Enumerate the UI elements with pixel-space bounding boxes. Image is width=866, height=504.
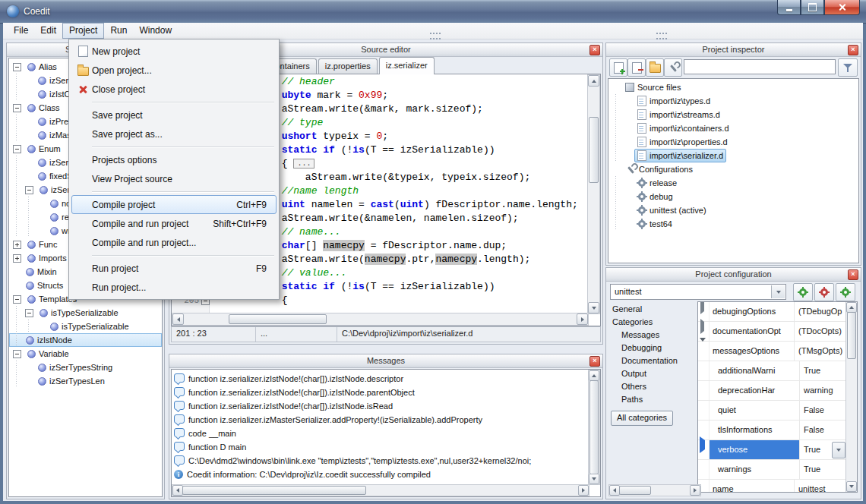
message-item[interactable]: function iz.serializer.izIstNode!(char[]…	[174, 386, 600, 399]
close-panel-button[interactable]	[589, 356, 600, 367]
message-item[interactable]: function iz.serializer.izIstNode!(char[]…	[174, 399, 600, 413]
scroll-up-button[interactable]	[846, 302, 857, 313]
property-row-warnings[interactable]: warningsTrue	[698, 460, 846, 480]
value-dropdown-button[interactable]	[832, 442, 845, 458]
inspector-item-test64[interactable]: test64	[608, 217, 858, 231]
message-item[interactable]: function iz.serializer.izMasterSerialize…	[174, 413, 600, 427]
scrollbar-thumb[interactable]	[182, 486, 366, 495]
menubar-item-project[interactable]: Project	[62, 23, 104, 39]
scrollbar-thumb[interactable]	[847, 312, 856, 359]
scrollbar-thumb[interactable]	[619, 486, 651, 495]
menu-item-open-project[interactable]: Open project...	[71, 61, 277, 80]
inspector-item-import-iz-types-d[interactable]: import\iz\types.d	[608, 94, 858, 108]
add-configuration-button[interactable]	[664, 58, 682, 77]
dock-grip[interactable]	[430, 33, 441, 39]
scroll-right-button[interactable]	[577, 313, 588, 325]
tree-expander-expanded-icon[interactable]	[13, 145, 21, 153]
collapsed-fold-ellipsis[interactable]: ...	[293, 159, 314, 169]
menu-item-save-project[interactable]: Save project	[71, 106, 277, 124]
menubar-item-file[interactable]: File	[8, 23, 34, 39]
dock-grip[interactable]	[656, 33, 667, 39]
tab-iz-serializer[interactable]: iz.serializer	[379, 57, 435, 74]
property-row-documentationopt[interactable]: documentationOpt(TDocOpts)	[698, 322, 846, 342]
editor-vertical-scrollbar[interactable]	[587, 74, 600, 314]
menu-item-compile-and-run-project[interactable]: Compile and run project...	[71, 233, 277, 252]
inspector-item-release[interactable]: release	[608, 176, 858, 190]
config-category-general[interactable]: General	[609, 303, 694, 316]
message-item[interactable]: function D main	[174, 440, 600, 454]
property-row-debugingoptions[interactable]: debugingOptions(TDebugOp	[698, 302, 846, 322]
tree-expander-collapsed-icon[interactable]	[13, 254, 21, 263]
symbol-item-izsertypeslen[interactable]: izSerTypesLen	[9, 374, 162, 388]
close-panel-button[interactable]	[589, 45, 600, 55]
config-category-paths[interactable]: Paths	[609, 393, 694, 406]
menu-item-compile-and-run-project[interactable]: Compile and run projectShift+Ctrl+F9	[71, 214, 277, 233]
configuration-selector[interactable]: unittest	[610, 284, 786, 300]
messages-vertical-scrollbar[interactable]	[588, 370, 600, 485]
scroll-up-button[interactable]	[589, 370, 599, 381]
config-category-documentation[interactable]: Documentation	[609, 354, 694, 367]
menu-item-close-project[interactable]: Close project	[71, 80, 277, 99]
menu-item-projects-options[interactable]: Projects options	[71, 150, 277, 169]
menubar-item-edit[interactable]: Edit	[34, 23, 62, 39]
all-categories-button[interactable]: All categories	[611, 411, 673, 426]
property-row-tlsinformations[interactable]: tlsInformationsFalse	[698, 421, 846, 440]
clone-configuration-button[interactable]	[836, 283, 855, 301]
remove-source-button[interactable]	[627, 58, 646, 77]
config-horizontal-scrollbar[interactable]	[608, 484, 701, 496]
symbol-item-izistnode[interactable]: izIstNode	[9, 333, 162, 347]
close-panel-button[interactable]	[848, 269, 858, 280]
filter-button[interactable]	[838, 58, 858, 77]
tree-expander-expanded-icon[interactable]	[13, 63, 21, 71]
inspector-item-import-iz-properties-d[interactable]: import\iz\properties.d	[608, 135, 858, 149]
property-row-verbose[interactable]: verboseTrue	[698, 440, 846, 460]
symbol-item-istypeserializable[interactable]: isTypeSerializable	[9, 306, 162, 320]
scrollbar-thumb[interactable]	[589, 380, 599, 474]
scroll-right-button[interactable]	[690, 485, 700, 496]
add-source-button[interactable]	[609, 58, 627, 77]
inspector-item-debug[interactable]: debug	[608, 190, 858, 203]
property-row-deprecationhar[interactable]: deprecationHarwarning	[698, 381, 846, 401]
open-folder-button[interactable]	[646, 58, 664, 77]
tree-expander-expanded-icon[interactable]	[25, 309, 33, 317]
inspector-item-configurations[interactable]: Configurations	[608, 162, 858, 176]
scrollbar-thumb[interactable]	[229, 314, 327, 324]
menu-item-save-project-as[interactable]: Save project as...	[71, 124, 277, 143]
scroll-up-button[interactable]	[588, 75, 599, 87]
message-item[interactable]: code __main	[174, 427, 600, 440]
property-row-quiet[interactable]: quietFalse	[698, 401, 846, 421]
scroll-left-button[interactable]	[172, 485, 183, 496]
menu-item-run-project[interactable]: Run projectF9	[71, 259, 277, 278]
tree-expander-expanded-icon[interactable]	[13, 295, 21, 304]
symbol-item-variable[interactable]: Variable	[9, 347, 162, 361]
message-item[interactable]: Coedit information: C:\Dev\dproj\iz\Iz.c…	[174, 468, 600, 481]
menubar-item-run[interactable]: Run	[104, 23, 133, 39]
menu-item-compile-project[interactable]: Compile projectCtrl+F9	[71, 195, 277, 214]
scroll-left-button[interactable]	[172, 313, 184, 325]
minimize-button[interactable]	[777, 0, 801, 15]
inspector-filter-input[interactable]	[684, 59, 836, 74]
restore-button[interactable]	[801, 0, 824, 15]
property-collapse-icon[interactable]	[700, 338, 706, 354]
inspector-item-import-iz-streams-d[interactable]: import\iz\streams.d	[608, 108, 858, 121]
scroll-left-button[interactable]	[609, 485, 620, 496]
tab-iz-properties[interactable]: iz.properties	[318, 58, 378, 74]
property-row-name[interactable]: nameunittest	[698, 480, 846, 492]
scrollbar-thumb[interactable]	[589, 117, 599, 183]
inspector-item-import-iz-containers-d[interactable]: import\iz\containers.d	[608, 121, 858, 135]
titlebar[interactable]: Coedit	[0, 0, 866, 24]
inspector-item-unittest-active[interactable]: unittest (active)	[608, 203, 858, 217]
close-panel-button[interactable]	[848, 45, 858, 55]
property-expand-icon[interactable]	[700, 302, 707, 314]
menu-item-run-project[interactable]: Run project...	[71, 278, 277, 297]
tree-expander-expanded-icon[interactable]	[13, 350, 21, 358]
tree-expander-expanded-icon[interactable]	[13, 104, 21, 112]
editor-horizontal-scrollbar[interactable]	[172, 313, 589, 326]
tree-expander-expanded-icon[interactable]	[25, 186, 33, 194]
config-category-others[interactable]: Others	[609, 380, 694, 393]
inspector-item-source-files[interactable]: Source files	[608, 80, 858, 94]
menubar-item-window[interactable]: Window	[133, 23, 178, 39]
message-item[interactable]: function iz.serializer.izIstNode!(char[]…	[174, 372, 600, 386]
dropdown-button[interactable]	[771, 285, 785, 298]
menu-item-view-project-source[interactable]: View Project source	[71, 169, 277, 188]
